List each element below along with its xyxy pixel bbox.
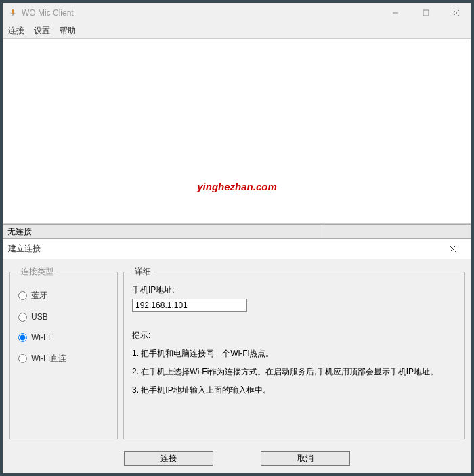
connection-type-legend: 连接类型 — [18, 266, 56, 278]
hint-1: 1. 把手机和电脑连接同一个Wi-Fi热点。 — [132, 348, 456, 360]
radio-usb-input[interactable] — [18, 313, 27, 322]
status-text: 无连接 — [3, 224, 322, 239]
radio-wifi-direct-input[interactable] — [18, 354, 27, 363]
connect-button[interactable]: 连接 — [124, 451, 213, 466]
dialog-footer: 连接 取消 — [3, 443, 471, 473]
dialog-body: 连接类型 蓝牙 USB Wi-Fi Wi-Fi直连 — [3, 259, 471, 443]
radio-usb[interactable]: USB — [18, 312, 109, 322]
svg-rect-2 — [423, 10, 429, 16]
radio-wifi[interactable]: Wi-Fi — [18, 332, 109, 342]
radio-bluetooth-label[interactable]: 蓝牙 — [31, 290, 47, 301]
menu-settings[interactable]: 设置 — [34, 25, 50, 37]
close-button[interactable] — [441, 3, 471, 23]
titlebar: WO Mic Client — [3, 3, 471, 23]
window-controls — [380, 3, 471, 23]
radio-wifi-direct[interactable]: Wi-Fi直连 — [18, 353, 109, 364]
dialog-title: 建立连接 — [8, 243, 439, 255]
radio-usb-label[interactable]: USB — [31, 312, 48, 322]
radio-wifi-label[interactable]: Wi-Fi — [31, 332, 50, 342]
window-title: WO Mic Client — [22, 8, 380, 18]
connection-dialog: 建立连接 连接类型 蓝牙 USB Wi-Fi — [3, 239, 471, 473]
mic-icon — [8, 8, 18, 18]
main-window: WO Mic Client 连接 设置 帮助 yinghezhan.com — [3, 3, 471, 239]
dialog-titlebar: 建立连接 — [3, 239, 471, 259]
cancel-button[interactable]: 取消 — [261, 451, 350, 466]
connection-type-group: 连接类型 蓝牙 USB Wi-Fi Wi-Fi直连 — [9, 266, 118, 439]
radio-bluetooth-input[interactable] — [18, 291, 27, 300]
detail-group: 详细 手机IP地址: 提示: 1. 把手机和电脑连接同一个Wi-Fi热点。 2.… — [123, 266, 465, 439]
watermark: yinghezhan.com — [197, 181, 277, 192]
minimize-button[interactable] — [380, 3, 410, 23]
hint-3: 3. 把手机IP地址输入上面的输入框中。 — [132, 385, 456, 396]
status-bar: 无连接 — [3, 224, 471, 239]
radio-wifi-direct-label[interactable]: Wi-Fi直连 — [31, 353, 66, 364]
ip-label: 手机IP地址: — [132, 284, 456, 296]
menu-connect[interactable]: 连接 — [8, 25, 24, 37]
menubar: 连接 设置 帮助 — [3, 23, 471, 38]
radio-wifi-input[interactable] — [18, 333, 27, 342]
ip-input[interactable] — [132, 299, 247, 312]
radio-bluetooth[interactable]: 蓝牙 — [18, 290, 109, 301]
main-content: yinghezhan.com — [3, 38, 471, 224]
menu-help[interactable]: 帮助 — [60, 25, 76, 37]
hint-title: 提示: — [132, 330, 456, 341]
detail-legend: 详细 — [132, 266, 154, 278]
status-right — [322, 224, 471, 239]
dialog-close-button[interactable] — [439, 239, 466, 259]
maximize-button[interactable] — [410, 3, 441, 23]
hint-2: 2. 在手机上选择Wi-Fi作为连接方式。在启动服务后,手机应用顶部会显示手机I… — [132, 366, 456, 378]
